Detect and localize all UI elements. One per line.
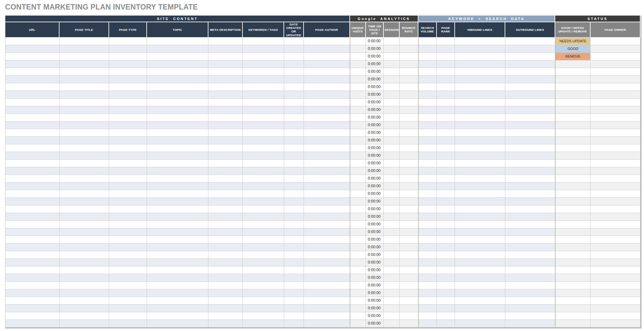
cell-page-author[interactable] [304,266,350,274]
cell-date-created-updated[interactable] [284,259,304,266]
cell-search-volume[interactable] [418,53,437,60]
cell-date-created-updated[interactable] [284,121,304,129]
cell-unique-visits[interactable] [350,305,366,312]
cell-meta-description[interactable] [208,121,243,129]
cell-page-owner[interactable] [591,160,640,167]
cell-date-created-updated[interactable] [284,236,304,244]
cell-sessions[interactable] [384,183,400,190]
cell-url[interactable] [5,312,60,320]
cell-page-title[interactable] [60,38,109,45]
cell-search-volume[interactable] [418,91,437,99]
cell-sessions[interactable] [384,83,400,91]
cell-page-owner[interactable] [591,274,640,282]
cell-bounce-rate[interactable] [400,114,418,121]
cell-good-needs-update-remove[interactable] [555,68,591,76]
cell-search-volume[interactable] [418,38,437,45]
cell-page-owner[interactable] [591,129,640,137]
cell-page-owner[interactable] [591,289,640,297]
cell-unique-visits[interactable] [350,213,366,221]
cell-unique-visits[interactable] [350,175,366,183]
cell-bounce-rate[interactable] [400,137,418,144]
cell-page-type[interactable] [109,259,147,266]
cell-outbound-links[interactable] [505,83,555,91]
cell-good-needs-update-remove[interactable] [555,274,591,282]
cell-topic[interactable] [147,198,208,205]
cell-keywords-tags[interactable] [243,205,284,213]
cell-page-type[interactable] [109,60,147,68]
cell-time-on-page-site[interactable]: 0:00:00 [366,152,384,160]
cell-bounce-rate[interactable] [400,205,418,213]
cell-unique-visits[interactable] [350,312,366,320]
cell-inbound-links[interactable] [455,312,505,320]
cell-topic[interactable] [147,60,208,68]
cell-search-volume[interactable] [418,175,437,183]
cell-sessions[interactable] [384,175,400,183]
cell-outbound-links[interactable] [505,183,555,190]
cell-page-owner[interactable] [591,91,640,99]
cell-date-created-updated[interactable] [284,53,304,60]
cell-topic[interactable] [147,114,208,121]
cell-unique-visits[interactable] [350,38,366,45]
cell-good-needs-update-remove[interactable] [555,183,591,190]
cell-outbound-links[interactable] [505,266,555,274]
cell-date-created-updated[interactable] [284,274,304,282]
cell-topic[interactable] [147,274,208,282]
cell-page-author[interactable] [304,175,350,183]
cell-time-on-page-site[interactable]: 0:00:00 [366,68,384,76]
cell-page-title[interactable] [60,152,109,160]
cell-page-author[interactable] [304,76,350,83]
cell-outbound-links[interactable] [505,106,555,114]
cell-page-type[interactable] [109,53,147,60]
cell-page-type[interactable] [109,228,147,236]
cell-inbound-links[interactable] [455,320,505,328]
cell-meta-description[interactable] [208,228,243,236]
cell-keywords-tags[interactable] [243,259,284,266]
cell-search-volume[interactable] [418,76,437,83]
cell-good-needs-update-remove[interactable] [555,266,591,274]
cell-url[interactable] [5,76,60,83]
cell-bounce-rate[interactable] [400,266,418,274]
cell-inbound-links[interactable] [455,266,505,274]
cell-topic[interactable] [147,213,208,221]
cell-date-created-updated[interactable] [284,129,304,137]
cell-inbound-links[interactable] [455,183,505,190]
cell-outbound-links[interactable] [505,76,555,83]
cell-inbound-links[interactable] [455,99,505,106]
cell-good-needs-update-remove[interactable]: NEEDS UPDATE [555,38,591,45]
cell-keywords-tags[interactable] [243,83,284,91]
cell-meta-description[interactable] [208,266,243,274]
cell-page-title[interactable] [60,183,109,190]
cell-search-volume[interactable] [418,251,437,259]
cell-url[interactable] [5,68,60,76]
cell-page-owner[interactable] [591,198,640,205]
cell-topic[interactable] [147,236,208,244]
cell-page-type[interactable] [109,76,147,83]
cell-meta-description[interactable] [208,312,243,320]
cell-bounce-rate[interactable] [400,121,418,129]
cell-topic[interactable] [147,190,208,198]
cell-topic[interactable] [147,152,208,160]
cell-search-volume[interactable] [418,236,437,244]
cell-good-needs-update-remove[interactable] [555,297,591,305]
cell-search-volume[interactable] [418,99,437,106]
cell-page-type[interactable] [109,45,147,53]
cell-keywords-tags[interactable] [243,236,284,244]
cell-page-type[interactable] [109,160,147,167]
cell-search-volume[interactable] [418,213,437,221]
cell-sessions[interactable] [384,297,400,305]
cell-page-author[interactable] [304,68,350,76]
cell-inbound-links[interactable] [455,282,505,289]
cell-inbound-links[interactable] [455,76,505,83]
cell-bounce-rate[interactable] [400,259,418,266]
cell-topic[interactable] [147,183,208,190]
cell-unique-visits[interactable] [350,274,366,282]
cell-meta-description[interactable] [208,152,243,160]
cell-search-volume[interactable] [418,289,437,297]
cell-inbound-links[interactable] [455,152,505,160]
cell-good-needs-update-remove[interactable] [555,228,591,236]
cell-time-on-page-site[interactable]: 0:00:00 [366,305,384,312]
cell-page-rank[interactable] [437,68,455,76]
cell-meta-description[interactable] [208,251,243,259]
cell-date-created-updated[interactable] [284,152,304,160]
cell-good-needs-update-remove[interactable] [555,244,591,251]
